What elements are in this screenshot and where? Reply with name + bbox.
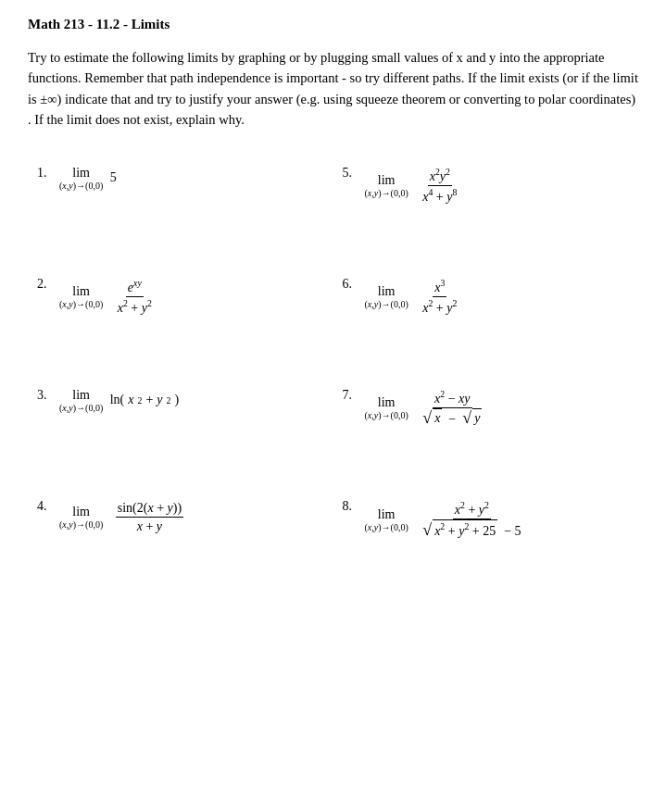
problem-7-number: 7. <box>343 388 359 403</box>
problem-6-number: 6. <box>343 277 359 292</box>
problem-4-math: lim (x,y)→(0,0) sin(2(x + y)) x + y <box>59 499 185 536</box>
problem-4: 4. lim (x,y)→(0,0) sin(2(x + y)) x + y <box>28 484 333 595</box>
problem-8-math: lim (x,y)→(0,0) x2 + y2 √ x2 + y2 + 25 −… <box>365 499 525 541</box>
problem-8-number: 8. <box>343 499 359 514</box>
problem-5: 5. lim (x,y)→(0,0) x2y2 x4 + y8 <box>333 151 639 262</box>
problem-6: 6. lim (x,y)→(0,0) x3 x2 + y2 <box>333 262 639 373</box>
problem-8: 8. lim (x,y)→(0,0) x2 + y2 √ x2 + y2 + 2… <box>333 484 639 595</box>
problem-1-number: 1. <box>37 166 54 181</box>
problems-grid: 1. lim (x,y)→(0,0) 5 5. lim (x,y)→(0,0) … <box>28 151 638 595</box>
problem-3: 3. lim (x,y)→(0,0) ln(x2 + y2) <box>28 373 333 484</box>
problem-2-number: 2. <box>37 277 54 292</box>
problem-4-number: 4. <box>37 499 54 514</box>
problem-7-math: lim (x,y)→(0,0) x2 − xy √ x − √ y <box>365 388 486 429</box>
problem-2: 2. lim (x,y)→(0,0) exy x2 + y2 <box>28 262 333 373</box>
problem-1-math: lim (x,y)→(0,0) 5 <box>59 166 117 191</box>
problem-7: 7. lim (x,y)→(0,0) x2 − xy √ x − √ y <box>333 373 639 484</box>
problem-5-number: 5. <box>343 166 359 181</box>
page-title: Math 213 - 11.2 - Limits <box>28 17 638 32</box>
problem-3-math: lim (x,y)→(0,0) ln(x2 + y2) <box>59 388 179 413</box>
problem-5-math: lim (x,y)→(0,0) x2y2 x4 + y8 <box>365 166 461 206</box>
problem-1: 1. lim (x,y)→(0,0) 5 <box>28 151 333 262</box>
problem-6-math: lim (x,y)→(0,0) x3 x2 + y2 <box>365 277 461 318</box>
problem-2-math: lim (x,y)→(0,0) exy x2 + y2 <box>59 277 156 318</box>
problem-3-number: 3. <box>37 388 54 403</box>
intro-text: Try to estimate the following limits by … <box>28 47 638 131</box>
